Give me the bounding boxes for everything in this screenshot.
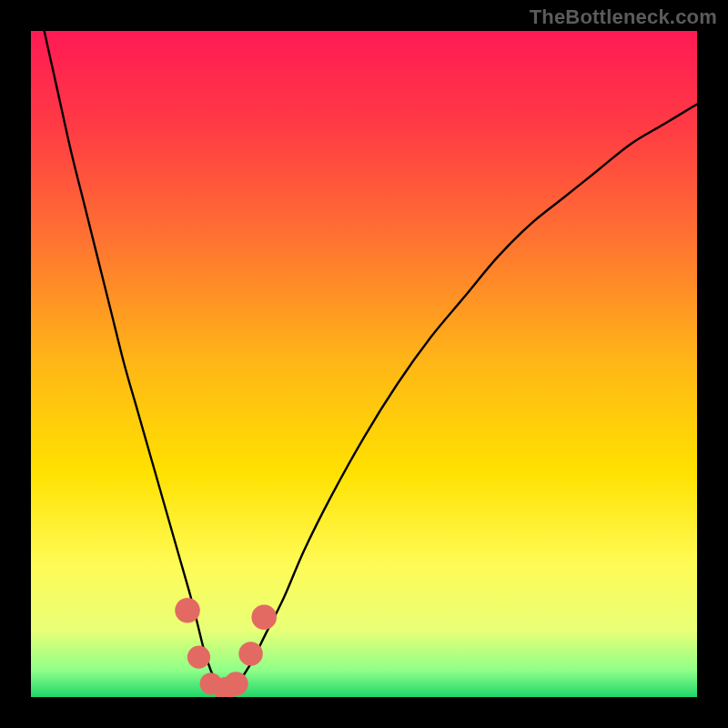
curve-marker bbox=[251, 604, 277, 630]
gradient-background bbox=[31, 31, 697, 697]
curve-marker bbox=[175, 598, 200, 623]
chart-frame: TheBottleneck.com bbox=[0, 0, 728, 728]
bottleneck-chart bbox=[31, 31, 697, 697]
curve-marker bbox=[187, 645, 210, 668]
curve-marker bbox=[224, 672, 248, 695]
curve-marker bbox=[238, 642, 262, 665]
watermark-text: TheBottleneck.com bbox=[530, 5, 717, 29]
